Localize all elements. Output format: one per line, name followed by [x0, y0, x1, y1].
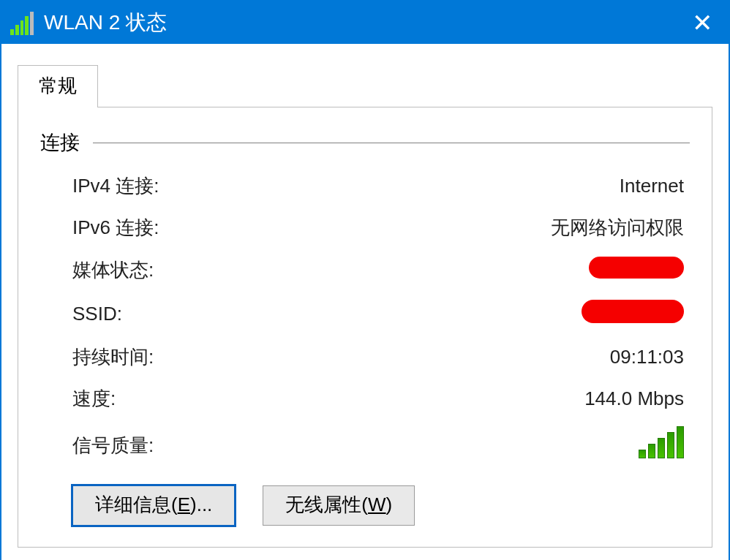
redacted-mark [582, 300, 684, 323]
wifi-icon [10, 10, 35, 35]
signal-quality-value [636, 428, 684, 463]
row-signal-quality: 信号质量: [72, 428, 684, 463]
group-separator [93, 143, 690, 143]
details-button-key: E [178, 493, 190, 515]
wireless-button-prefix: 无线属性( [285, 493, 368, 515]
details-button-prefix: 详细信息( [95, 493, 178, 515]
ipv6-value: 无网络访问权限 [551, 215, 684, 241]
details-button[interactable]: 详细信息(E)... [72, 485, 235, 526]
wireless-button-suffix: ) [386, 493, 393, 515]
signal-bars-icon [636, 428, 684, 458]
wireless-properties-button[interactable]: 无线属性(W) [263, 485, 415, 526]
wireless-button-key: W [368, 493, 386, 515]
row-ipv6: IPv6 连接: 无网络访问权限 [72, 215, 684, 241]
wlan-status-window: WLAN 2 状态 ✕ 常规 连接 IPv4 连接: Internet IPv6… [0, 0, 730, 560]
ipv4-value: Internet [620, 175, 684, 197]
titlebar: WLAN 2 状态 ✕ [1, 1, 729, 44]
client-area: 常规 连接 IPv4 连接: Internet IPv6 连接: 无网络访问权限… [1, 44, 729, 560]
row-media-state: 媒体状态: [72, 257, 684, 284]
tab-bar: 常规 [18, 64, 712, 107]
row-duration: 持续时间: 09:11:03 [72, 344, 684, 370]
speed-value: 144.0 Mbps [584, 387, 684, 410]
media-state-label: 媒体状态: [72, 257, 154, 283]
group-connection: 连接 [40, 129, 690, 156]
connection-rows: IPv4 连接: Internet IPv6 连接: 无网络访问权限 媒体状态:… [40, 173, 690, 463]
ipv4-label: IPv4 连接: [72, 173, 159, 199]
row-speed: 速度: 144.0 Mbps [72, 386, 684, 412]
signal-quality-label: 信号质量: [72, 433, 154, 458]
tab-panel-general: 连接 IPv4 连接: Internet IPv6 连接: 无网络访问权限 媒体… [18, 107, 712, 548]
redacted-mark [589, 257, 684, 279]
duration-label: 持续时间: [72, 344, 154, 370]
button-row: 详细信息(E)... 无线属性(W) [40, 485, 690, 526]
ipv6-label: IPv6 连接: [72, 215, 159, 241]
ssid-value [582, 300, 684, 328]
tab-general[interactable]: 常规 [18, 65, 98, 107]
media-state-value [589, 257, 684, 284]
duration-value: 09:11:03 [610, 346, 684, 368]
speed-label: 速度: [72, 386, 116, 412]
close-button[interactable]: ✕ [686, 9, 718, 37]
details-button-suffix: )... [190, 493, 212, 515]
group-connection-label: 连接 [40, 129, 93, 156]
ssid-label: SSID: [72, 303, 122, 325]
window-title: WLAN 2 状态 [44, 9, 686, 37]
row-ipv4: IPv4 连接: Internet [72, 173, 684, 199]
row-ssid: SSID: [72, 300, 684, 328]
